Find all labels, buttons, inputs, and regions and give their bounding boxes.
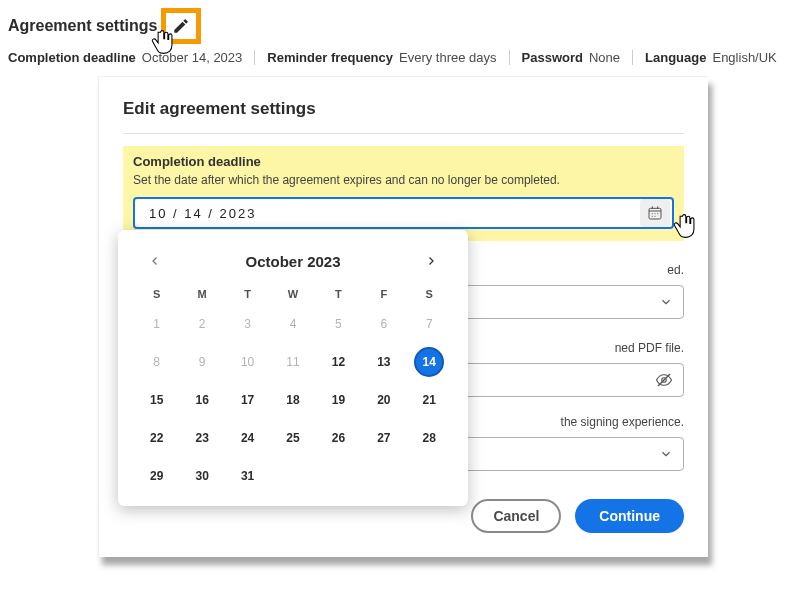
eye-off-icon[interactable] <box>655 371 673 389</box>
summary-deadline-label: Completion deadline <box>8 50 136 65</box>
calendar-day: 6 <box>361 314 406 334</box>
chevron-down-icon <box>659 447 673 461</box>
summary-language-label: Language <box>645 50 706 65</box>
continue-button[interactable]: Continue <box>575 499 684 533</box>
summary-bar: Completion deadline October 14, 2023 Rem… <box>8 50 794 65</box>
page-title: Agreement settings <box>8 17 157 35</box>
calendar-day: 11 <box>270 352 315 372</box>
calendar-day[interactable]: 13 <box>361 352 406 372</box>
calendar-day[interactable]: 12 <box>316 352 361 372</box>
summary-password-label: Password <box>522 50 583 65</box>
calendar-day: 3 <box>225 314 270 334</box>
prev-month-button[interactable] <box>144 250 166 272</box>
calendar-day[interactable]: 18 <box>270 390 315 410</box>
deadline-date-input[interactable]: 10 / 14 / 2023 <box>133 197 674 229</box>
calendar-dow: S <box>407 288 452 300</box>
calendar-day: 10 <box>225 352 270 372</box>
calendar-day[interactable]: 28 <box>407 428 452 448</box>
summary-password-value: None <box>589 50 620 65</box>
deadline-desc: Set the date after which the agreement e… <box>133 173 674 187</box>
calendar-day[interactable]: 21 <box>407 390 452 410</box>
calendar-dow: S <box>134 288 179 300</box>
calendar-day[interactable]: 17 <box>225 390 270 410</box>
calendar-day: 2 <box>179 314 224 334</box>
calendar-day[interactable]: 24 <box>225 428 270 448</box>
calendar-day[interactable]: 20 <box>361 390 406 410</box>
calendar-day[interactable]: 14 <box>415 348 443 376</box>
summary-language-value: English/UK <box>712 50 776 65</box>
calendar-dow: M <box>179 288 224 300</box>
deadline-date-value: 10 / 14 / 2023 <box>149 206 638 221</box>
calendar-day: 5 <box>316 314 361 334</box>
calendar-day[interactable]: 19 <box>316 390 361 410</box>
date-picker-popup: October 2023 SMTWTFS 1234567891011121314… <box>118 230 468 506</box>
cursor-hand-icon <box>150 28 176 56</box>
cursor-hand-icon <box>672 212 698 240</box>
calendar-day[interactable]: 29 <box>134 466 179 486</box>
completion-deadline-section: Completion deadline Set the date after w… <box>123 146 684 241</box>
calendar-day: 9 <box>179 352 224 372</box>
calendar-dow: T <box>225 288 270 300</box>
calendar-day[interactable]: 27 <box>361 428 406 448</box>
calendar-dow: T <box>316 288 361 300</box>
calendar-icon <box>647 205 663 221</box>
chevron-left-icon <box>149 254 161 268</box>
calendar-day[interactable]: 22 <box>134 428 179 448</box>
calendar-day: 4 <box>270 314 315 334</box>
summary-reminder-label: Reminder frequency <box>267 50 393 65</box>
calendar-day: 8 <box>134 352 179 372</box>
calendar-day[interactable]: 31 <box>225 466 270 486</box>
calendar-day: 1 <box>134 314 179 334</box>
calendar-day: 7 <box>407 314 452 334</box>
next-month-button[interactable] <box>420 250 442 272</box>
calendar-month-label: October 2023 <box>245 253 340 270</box>
dialog-title: Edit agreement settings <box>123 99 684 134</box>
calendar-dow: F <box>361 288 406 300</box>
calendar-dow: W <box>270 288 315 300</box>
chevron-down-icon <box>659 295 673 309</box>
calendar-day[interactable]: 25 <box>270 428 315 448</box>
summary-reminder-value: Every three days <box>399 50 497 65</box>
deadline-label: Completion deadline <box>133 154 674 169</box>
calendar-day[interactable]: 30 <box>179 466 224 486</box>
calendar-day[interactable]: 16 <box>179 390 224 410</box>
cancel-button[interactable]: Cancel <box>471 499 561 533</box>
calendar-day[interactable]: 26 <box>316 428 361 448</box>
calendar-day[interactable]: 23 <box>179 428 224 448</box>
chevron-right-icon <box>425 254 437 268</box>
calendar-day[interactable]: 15 <box>134 390 179 410</box>
date-picker-button[interactable] <box>640 199 670 227</box>
